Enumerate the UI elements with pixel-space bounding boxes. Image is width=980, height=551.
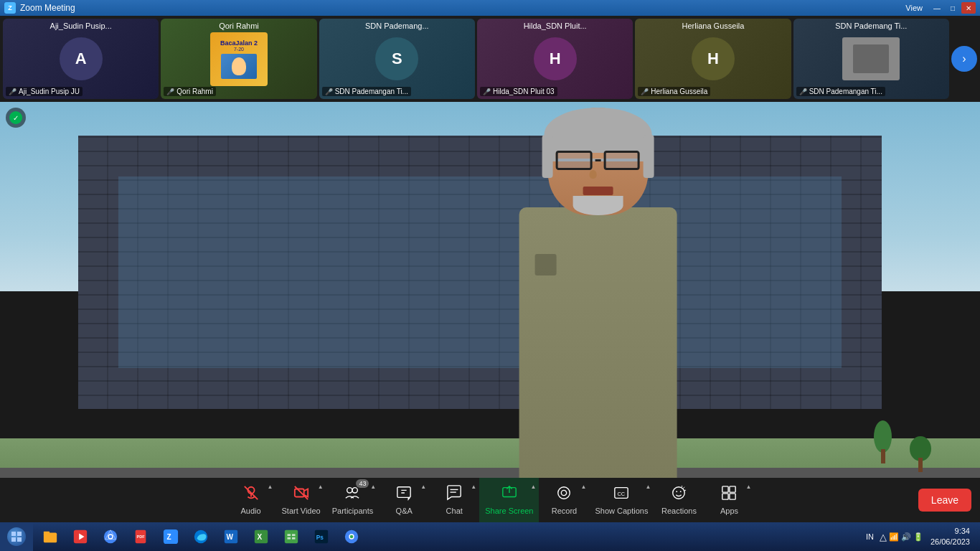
windows-taskbar: PDF Z W X: [0, 522, 980, 551]
share-screen-icon: [501, 485, 517, 505]
chat-label: Chat: [446, 507, 463, 515]
svg-point-32: [109, 535, 113, 539]
svg-rect-22: [11, 532, 16, 536]
start-video-button[interactable]: Start Video ▲: [276, 478, 326, 522]
show-captions-label: Show Captions: [595, 507, 648, 515]
reactions-label: Reactions: [661, 507, 697, 515]
minimize-button[interactable]: —: [930, 2, 944, 14]
volume-icon: 🔊: [901, 532, 911, 542]
taskbar-chrome[interactable]: [96, 524, 125, 550]
main-video-area: ✓ 📶 Sudin Pusip JU: [0, 102, 980, 522]
audio-label: Audio: [240, 507, 260, 515]
muted-mic-icon: 🎤: [483, 88, 491, 95]
svg-point-16: [677, 491, 678, 492]
svg-point-12: [562, 490, 567, 495]
participant-count: 43: [356, 479, 369, 488]
clock-time: 9:34: [930, 526, 970, 537]
titlebar-left: Z Zoom Meeting: [4, 2, 75, 14]
audio-chevron: ▲: [268, 484, 273, 490]
close-button[interactable]: ✕: [961, 2, 976, 14]
titlebar: Z Zoom Meeting View — □ ✕: [0, 0, 980, 16]
thumbnail-label: 🎤 Aji_Sudin Pusip JU: [6, 87, 83, 96]
share-screen-button[interactable]: Share Screen ▲: [479, 478, 539, 522]
svg-point-11: [558, 487, 570, 499]
windows-orb: [7, 527, 26, 546]
thumbnail-label: 🎤 Hilda_SDN Pluit 03: [480, 87, 557, 96]
taskbar-edge[interactable]: [187, 524, 215, 550]
qa-button[interactable]: Q&A ▲: [379, 478, 429, 522]
maximize-button[interactable]: □: [946, 2, 960, 14]
network-icon: 📶: [889, 532, 899, 542]
apps-chevron: ▲: [746, 484, 752, 490]
svg-text:W: W: [227, 533, 234, 541]
thumbnail-label: 🎤 SDN Pademangan Ti...: [796, 87, 885, 96]
start-video-label: Start Video: [282, 507, 321, 515]
thumbnail-label: 🎤 SDN Pademangan Ti...: [322, 87, 411, 96]
audio-button[interactable]: Audio ▲: [226, 478, 276, 522]
taskbar-media-player[interactable]: [66, 524, 95, 550]
muted-mic-icon: 🎤: [799, 88, 807, 95]
muted-mic-icon: 🎤: [325, 88, 333, 95]
svg-rect-19: [730, 486, 735, 492]
thumbnail-qori-rahmi[interactable]: BacaJalan 2 7-20 Qori Rahmi 🎤 Qori Rahmi: [161, 19, 316, 99]
svg-rect-25: [17, 537, 22, 542]
taskbar-excel1[interactable]: X: [247, 524, 275, 550]
muted-mic-icon: 🎤: [9, 88, 17, 95]
person-beard: [573, 196, 623, 215]
taskbar-right: IN △ 📶 🔊 🔋 9:34 26/06/2023: [857, 522, 980, 551]
share-screen-label: Share Screen: [485, 507, 533, 515]
taskbar-word[interactable]: W: [217, 524, 245, 550]
thumbnail-sdn-pademang2[interactable]: SDN Pademang Ti... 🎤 SDN Pademangan Ti..…: [793, 19, 949, 99]
taskbar-chrome2[interactable]: [337, 524, 366, 550]
thumbnail-name: SDN Pademang Ti...: [796, 22, 946, 30]
show-captions-button[interactable]: CC Show Captions ▲: [589, 478, 654, 522]
participants-button[interactable]: 43 Participants ▲: [326, 478, 379, 522]
zoom-icon: Z: [4, 2, 16, 14]
apps-button[interactable]: Apps ▲: [704, 478, 754, 522]
thumbnail-sdn-pademang1[interactable]: S SDN Pademang... 🎤 SDN Pademangan Ti...: [319, 19, 475, 99]
start-button[interactable]: [0, 522, 33, 551]
record-button[interactable]: Record ▲: [539, 478, 589, 522]
person-body: [519, 207, 677, 523]
svg-text:Z: Z: [167, 533, 171, 541]
camera-icon: [293, 485, 309, 505]
participant-thumbnails: A Aji_Sudin Pusip... 🎤 Aji_Sudin Pusip J…: [0, 16, 980, 102]
apps-label: Apps: [720, 507, 738, 515]
svg-point-15: [673, 487, 685, 499]
record-label: Record: [552, 507, 577, 515]
thumbnail-label: 🎤 Herliana Gusseila: [638, 87, 710, 96]
participants-label: Participants: [332, 507, 373, 515]
video-chevron: ▲: [318, 484, 324, 490]
taskbar-pdf[interactable]: PDF: [126, 524, 155, 550]
audio-icon: [243, 485, 259, 505]
zoom-meeting-area: A Aji_Sudin Pusip... 🎤 Aji_Sudin Pusip J…: [0, 16, 980, 522]
qa-label: Q&A: [396, 507, 413, 515]
svg-rect-18: [722, 486, 728, 492]
leave-button[interactable]: Leave: [918, 489, 971, 512]
thumbnail-name: Herliana Gusseila: [638, 22, 788, 30]
taskbar-zoom[interactable]: Z: [156, 524, 185, 550]
captions-icon: CC: [613, 485, 629, 505]
reactions-button[interactable]: Reactions: [654, 478, 704, 522]
thumbnail-herliana[interactable]: H Herliana Gusseila 🎤 Herliana Gusseila: [635, 19, 791, 99]
taskbar-file-explorer[interactable]: [36, 524, 65, 550]
apps-icon: [721, 485, 737, 505]
video-content: ✓ 📶 Sudin Pusip JU: [0, 102, 980, 522]
svg-rect-21: [730, 494, 735, 499]
next-participants-button[interactable]: ›: [951, 46, 977, 72]
language-indicator: IN: [863, 531, 877, 542]
qa-chevron: ▲: [420, 484, 426, 490]
window-controls: — □ ✕: [930, 2, 976, 14]
thumbnail-aji-sudin[interactable]: A Aji_Sudin Pusip... 🎤 Aji_Sudin Pusip J…: [3, 19, 159, 99]
thumbnail-hilda[interactable]: H Hilda_SDN Pluit... 🎤 Hilda_SDN Pluit 0…: [477, 19, 633, 99]
svg-point-6: [352, 488, 357, 493]
chat-button[interactable]: Chat ▲: [429, 478, 479, 522]
svg-rect-20: [722, 494, 728, 499]
battery-icon: 🔋: [913, 532, 923, 542]
taskbar-photoshop[interactable]: Ps: [307, 524, 336, 550]
window-title: Zoom Meeting: [20, 3, 75, 13]
taskbar-excel2[interactable]: [277, 524, 306, 550]
system-clock: 9:34 26/06/2023: [926, 526, 974, 548]
svg-text:CC: CC: [618, 491, 626, 497]
svg-rect-46: [292, 537, 296, 540]
